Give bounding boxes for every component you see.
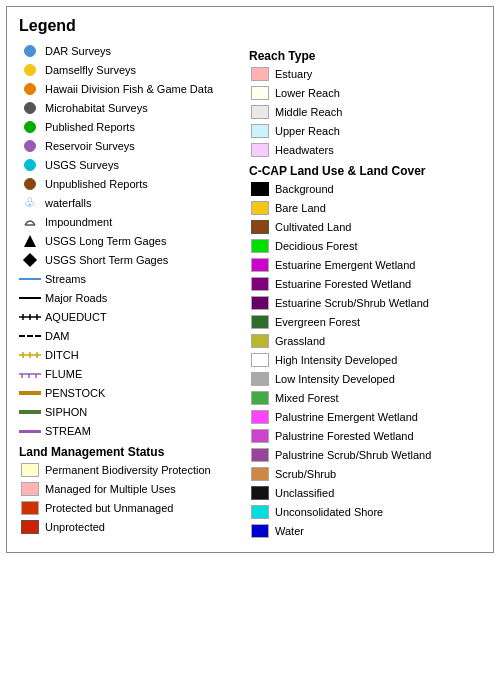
list-item: DAM <box>19 328 239 344</box>
ditch-icon <box>19 347 41 363</box>
list-item: Evergreen Forest <box>249 314 481 330</box>
palustrine-forested-icon <box>249 428 271 444</box>
list-item: Streams <box>19 271 239 287</box>
siphon-label: SIPHON <box>45 405 87 419</box>
usgs-short-term-icon <box>19 252 41 268</box>
microhabitat-icon <box>19 100 41 116</box>
estuarine-scrub-icon <box>249 295 271 311</box>
grassland-icon <box>249 333 271 349</box>
list-item: Middle Reach <box>249 104 481 120</box>
dar-surveys-icon <box>19 43 41 59</box>
headwaters-label: Headwaters <box>275 143 334 157</box>
unconsolidated-shore-label: Unconsolidated Shore <box>275 505 383 519</box>
grassland-label: Grassland <box>275 334 325 348</box>
list-item: Hawaii Division Fish & Game Data <box>19 81 239 97</box>
palustrine-emergent-label: Palustrine Emergent Wetland <box>275 410 418 424</box>
right-column: Reach Type Estuary Lower Reach Middle Re… <box>249 43 481 542</box>
mixed-forest-label: Mixed Forest <box>275 391 339 405</box>
lower-reach-label: Lower Reach <box>275 86 340 100</box>
background-label: Background <box>275 182 334 196</box>
palustrine-forested-label: Palustrine Forested Wetland <box>275 429 414 443</box>
water-icon <box>249 523 271 539</box>
ditch-label: DITCH <box>45 348 79 362</box>
bare-land-label: Bare Land <box>275 201 326 215</box>
list-item: Damselfly Surveys <box>19 62 239 78</box>
list-item: Unpublished Reports <box>19 176 239 192</box>
list-item: Palustrine Forested Wetland <box>249 428 481 444</box>
list-item: Lower Reach <box>249 85 481 101</box>
low-intensity-developed-icon <box>249 371 271 387</box>
legend-body: DAR Surveys Damselfly Surveys Hawaii Div… <box>19 43 481 542</box>
list-item: Mixed Forest <box>249 390 481 406</box>
estuarine-emergent-icon <box>249 257 271 273</box>
streams-label: Streams <box>45 272 86 286</box>
list-item: Reservoir Surveys <box>19 138 239 154</box>
reservoir-surveys-label: Reservoir Surveys <box>45 139 135 153</box>
usgs-surveys-icon <box>19 157 41 173</box>
upper-reach-icon <box>249 123 271 139</box>
list-item: Grassland <box>249 333 481 349</box>
land-management-header: Land Management Status <box>19 445 239 459</box>
list-item: Major Roads <box>19 290 239 306</box>
streams-icon <box>19 271 41 287</box>
list-item: Unprotected <box>19 519 239 535</box>
estuary-icon <box>249 66 271 82</box>
estuary-label: Estuary <box>275 67 312 81</box>
list-item: Upper Reach <box>249 123 481 139</box>
scrub-shrub-icon <box>249 466 271 482</box>
list-item: FLUME <box>19 366 239 382</box>
waterfalls-label: waterfalls <box>45 196 91 210</box>
usgs-surveys-label: USGS Surveys <box>45 158 119 172</box>
reservoir-surveys-icon <box>19 138 41 154</box>
unprotected-label: Unprotected <box>45 520 105 534</box>
upper-reach-label: Upper Reach <box>275 124 340 138</box>
decidious-forest-label: Decidious Forest <box>275 239 358 253</box>
usgs-short-term-label: USGS Short Term Gages <box>45 253 168 267</box>
list-item: Estuarine Emergent Wetland <box>249 257 481 273</box>
cultivated-land-icon <box>249 219 271 235</box>
permanent-biodiversity-icon <box>19 462 41 478</box>
damselfly-label: Damselfly Surveys <box>45 63 136 77</box>
dam-label: DAM <box>45 329 69 343</box>
unclassified-label: Unclassified <box>275 486 334 500</box>
list-item: Bare Land <box>249 200 481 216</box>
middle-reach-icon <box>249 104 271 120</box>
list-item: Protected but Unmanaged <box>19 500 239 516</box>
major-roads-icon <box>19 290 41 306</box>
stream-label: STREAM <box>45 424 91 438</box>
evergreen-forest-label: Evergreen Forest <box>275 315 360 329</box>
list-item: Decidious Forest <box>249 238 481 254</box>
background-icon <box>249 181 271 197</box>
flume-label: FLUME <box>45 367 82 381</box>
list-item: Cultivated Land <box>249 219 481 235</box>
reach-type-header: Reach Type <box>249 49 481 63</box>
list-item: USGS Short Term Gages <box>19 252 239 268</box>
list-item: Microhabitat Surveys <box>19 100 239 116</box>
aqueduct-icon <box>19 309 41 325</box>
list-item: AQUEDUCT <box>19 309 239 325</box>
usgs-long-term-label: USGS Long Term Gages <box>45 234 166 248</box>
penstock-label: PENSTOCK <box>45 386 105 400</box>
list-item: USGS Long Term Gages <box>19 233 239 249</box>
unprotected-icon <box>19 519 41 535</box>
scrub-shrub-label: Scrub/Shrub <box>275 467 336 481</box>
lower-reach-icon <box>249 85 271 101</box>
dar-surveys-label: DAR Surveys <box>45 44 111 58</box>
list-item: Headwaters <box>249 142 481 158</box>
legend-title: Legend <box>19 17 481 35</box>
list-item: SIPHON <box>19 404 239 420</box>
list-item: STREAM <box>19 423 239 439</box>
managed-multiple-uses-icon <box>19 481 41 497</box>
list-item: High Intensity Developed <box>249 352 481 368</box>
list-item: Impoundment <box>19 214 239 230</box>
high-intensity-developed-label: High Intensity Developed <box>275 353 397 367</box>
estuarine-forested-label: Estuarine Forested Wetland <box>275 277 411 291</box>
decidious-forest-icon <box>249 238 271 254</box>
list-item: Water <box>249 523 481 539</box>
list-item: Estuary <box>249 66 481 82</box>
list-item: DITCH <box>19 347 239 363</box>
permanent-biodiversity-label: Permanent Biodiversity Protection <box>45 463 211 477</box>
estuarine-emergent-label: Estuarine Emergent Wetland <box>275 258 415 272</box>
published-reports-icon <box>19 119 41 135</box>
major-roads-label: Major Roads <box>45 291 107 305</box>
